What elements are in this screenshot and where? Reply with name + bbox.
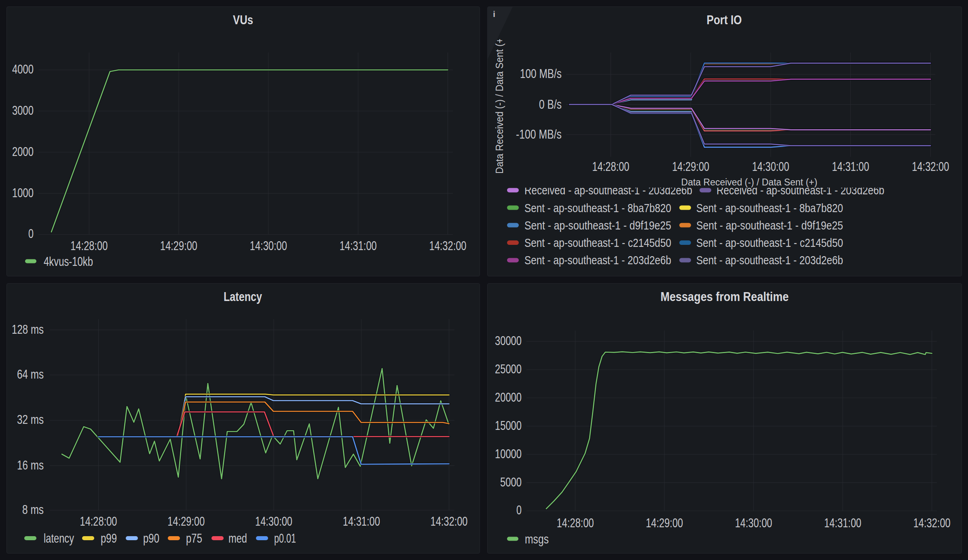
svg-text:14:30:00: 14:30:00 (735, 516, 772, 530)
svg-text:i: i (493, 10, 495, 19)
svg-text:Sent - ap-southeast-1 - d9f19e: Sent - ap-southeast-1 - d9f19e25 (524, 219, 671, 232)
svg-text:Sent - ap-southeast-1 - c2145d: Sent - ap-southeast-1 - c2145d50 (524, 236, 671, 249)
svg-text:Sent - ap-southeast-1 - 203d2e: Sent - ap-southeast-1 - 203d2e6b (524, 253, 671, 267)
svg-text:128 ms: 128 ms (12, 322, 44, 337)
svg-text:16 ms: 16 ms (17, 458, 44, 472)
svg-text:14:31:00: 14:31:00 (343, 514, 380, 528)
svg-text:10000: 10000 (495, 446, 522, 461)
svg-text:msgs: msgs (525, 532, 549, 546)
svg-text:4000: 4000 (12, 62, 34, 76)
svg-text:64 ms: 64 ms (17, 367, 44, 381)
svg-text:0 B/s: 0 B/s (539, 97, 562, 112)
svg-text:14:30:00: 14:30:00 (255, 514, 292, 528)
svg-text:14:28:00: 14:28:00 (70, 238, 108, 253)
svg-text:3000: 3000 (12, 103, 34, 118)
svg-text:Latency: Latency (224, 289, 262, 304)
svg-text:latency: latency (44, 531, 74, 545)
svg-text:Data Received (-) / Data Sent: Data Received (-) / Data Sent (+) (681, 177, 818, 187)
svg-text:Messages from Realtime: Messages from Realtime (661, 289, 789, 304)
svg-text:14:28:00: 14:28:00 (80, 514, 117, 528)
svg-text:14:32:00: 14:32:00 (912, 159, 949, 174)
svg-text:4kvus-10kb: 4kvus-10kb (44, 254, 93, 269)
svg-text:14:30:00: 14:30:00 (752, 159, 789, 174)
svg-text:32 ms: 32 ms (17, 412, 44, 427)
svg-text:14:29:00: 14:29:00 (672, 159, 709, 174)
svg-text:2000: 2000 (12, 144, 34, 159)
svg-text:20000: 20000 (495, 390, 522, 404)
svg-text:med: med (228, 531, 247, 545)
svg-text:Data Received (-) / Data Sent: Data Received (-) / Data Sent (+) (493, 35, 505, 174)
svg-text:p75: p75 (186, 531, 202, 545)
svg-text:5000: 5000 (500, 475, 522, 489)
svg-text:p0.01: p0.01 (274, 531, 296, 545)
svg-text:14:29:00: 14:29:00 (160, 238, 197, 253)
svg-text:Port IO: Port IO (707, 13, 742, 27)
svg-text:Sent - ap-southeast-1 - 203d2e: Sent - ap-southeast-1 - 203d2e6b (696, 253, 843, 267)
svg-text:1000: 1000 (12, 185, 34, 200)
svg-text:100 MB/s: 100 MB/s (520, 66, 562, 81)
svg-text:14:28:00: 14:28:00 (557, 516, 594, 530)
svg-text:8 ms: 8 ms (22, 502, 44, 517)
svg-text:0: 0 (516, 503, 522, 517)
svg-text:Sent - ap-southeast-1 - c2145d: Sent - ap-southeast-1 - c2145d50 (696, 236, 843, 249)
svg-text:14:30:00: 14:30:00 (250, 238, 287, 253)
svg-text:14:32:00: 14:32:00 (429, 238, 467, 253)
svg-text:14:29:00: 14:29:00 (646, 516, 683, 530)
svg-text:30000: 30000 (495, 333, 522, 348)
svg-text:14:29:00: 14:29:00 (167, 514, 205, 528)
svg-text:VUs: VUs (233, 13, 253, 27)
svg-text:14:32:00: 14:32:00 (431, 514, 468, 528)
svg-text:14:31:00: 14:31:00 (832, 159, 869, 174)
svg-text:p90: p90 (143, 531, 159, 545)
svg-text:14:28:00: 14:28:00 (592, 159, 630, 174)
svg-text:25000: 25000 (495, 362, 522, 376)
svg-text:p99: p99 (101, 531, 117, 545)
svg-text:Received - ap-southeast-1 - 20: Received - ap-southeast-1 - 203d2e6b (524, 183, 692, 197)
svg-text:Sent - ap-southeast-1 - 8ba7b8: Sent - ap-southeast-1 - 8ba7b820 (524, 201, 671, 215)
svg-text:-100 MB/s: -100 MB/s (516, 127, 562, 141)
svg-text:14:31:00: 14:31:00 (340, 238, 377, 253)
svg-text:15000: 15000 (495, 418, 522, 433)
svg-text:0: 0 (28, 226, 34, 241)
svg-text:14:31:00: 14:31:00 (824, 516, 861, 530)
svg-text:Sent - ap-southeast-1 - 8ba7b8: Sent - ap-southeast-1 - 8ba7b820 (696, 201, 843, 215)
svg-text:Sent - ap-southeast-1 - d9f19e: Sent - ap-southeast-1 - d9f19e25 (696, 219, 843, 232)
svg-text:14:32:00: 14:32:00 (913, 516, 951, 530)
